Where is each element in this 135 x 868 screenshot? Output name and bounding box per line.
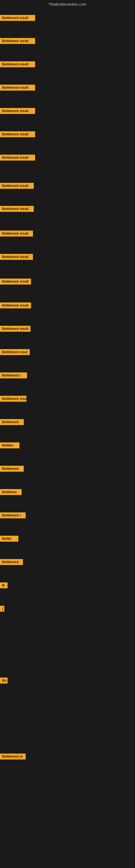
list-item: Bottlenec [0, 489, 21, 496]
list-item: Bottleneck result [0, 230, 33, 238]
bottleneck-badge: Bottleneck result [0, 279, 31, 284]
bottleneck-badge: Bottleneck result [0, 131, 35, 137]
bottleneck-badge: Bottleneck result [0, 326, 31, 332]
list-item: B [0, 582, 8, 589]
list-item: Bottleneck result [0, 15, 35, 22]
list-item: Bottleneck result [0, 85, 35, 92]
bottleneck-badge: Bottleneck result [0, 108, 35, 114]
list-item: Bottleneck result [0, 206, 34, 213]
list-item: Bottle [0, 536, 18, 543]
list-item: Bo [0, 678, 8, 685]
bottleneck-badge: Bottleneck r [0, 372, 27, 378]
list-item: Bottleneck result [0, 254, 33, 261]
list-item: Bottlen [0, 442, 19, 450]
bottleneck-badge: Bottleneck result [0, 230, 33, 237]
bottleneck-badge: Bottleneck [0, 559, 23, 565]
bottleneck-badge: Bo [0, 678, 8, 684]
bottleneck-badge: Bottle [0, 536, 18, 542]
list-item: Bottleneck result [0, 155, 35, 162]
bottleneck-badge: Bottlenec [0, 489, 21, 495]
bottleneck-badge: Bottleneck result [0, 38, 35, 44]
list-item: Bottleneck r [0, 372, 27, 379]
bottleneck-badge: Bottleneck result [0, 155, 35, 161]
list-item: Bottleneck [0, 466, 24, 473]
list-item: Bottleneck result [0, 303, 31, 310]
list-item: Bottleneck result [0, 131, 35, 138]
bottleneck-badge: Bottleneck [0, 419, 24, 425]
bottleneck-badge: Bottleneck resul [0, 349, 30, 355]
list-item: Bottleneck result [0, 108, 35, 115]
bottleneck-badge: B [0, 582, 8, 588]
list-item: Bottleneck result [0, 61, 35, 68]
list-item: Bottleneck r [0, 513, 26, 520]
site-title: TheBottlenecker.com [0, 0, 135, 8]
list-item: Bottleneck resul [0, 349, 30, 356]
list-item: Bottleneck result [0, 326, 31, 333]
bottleneck-badge: Bottleneck result [0, 206, 34, 212]
bottleneck-badge: Bottleneck result [0, 303, 31, 308]
list-item: Bottleneck result [0, 183, 34, 190]
bottleneck-badge: Bottleneck r [0, 513, 26, 518]
list-item: Bottleneck re [0, 753, 26, 761]
bottleneck-badge: Bottleneck result [0, 183, 34, 189]
bottleneck-badge: Bottleneck re [0, 753, 26, 760]
bottleneck-badge: Bottleneck [0, 466, 24, 472]
list-item: Bottleneck resu [0, 396, 27, 403]
bottleneck-badge: Bottleneck result [0, 15, 35, 21]
bottleneck-badge: Bottleneck result [0, 254, 33, 260]
bottleneck-badge: Bottlen [0, 442, 19, 448]
bottleneck-badge: | [0, 606, 4, 612]
bottleneck-badge: Bottleneck result [0, 85, 35, 91]
bottleneck-badge: Bottleneck result [0, 61, 35, 67]
list-item: Bottleneck [0, 419, 24, 426]
list-item: | [0, 606, 4, 613]
list-item: Bottleneck [0, 559, 23, 566]
bottleneck-badge: Bottleneck resu [0, 396, 27, 402]
list-item: Bottleneck result [0, 38, 35, 45]
list-item: Bottleneck result [0, 279, 31, 286]
